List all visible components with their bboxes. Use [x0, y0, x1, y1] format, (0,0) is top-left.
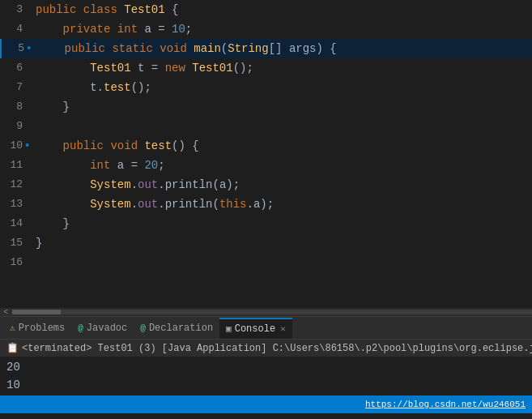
line-content: System.out.println(this.a); — [32, 195, 532, 214]
line-number: 5 — [2, 39, 34, 58]
line-number: 10 — [0, 136, 32, 156]
token: . — [131, 178, 138, 191]
token: .a); — [247, 198, 275, 211]
line-content: private int a = 10; — [32, 19, 532, 39]
status-line: 📋 <terminated> Test01 (3) [Java Applicat… — [0, 339, 532, 357]
token: Test01 — [124, 3, 164, 16]
line-content: } — [32, 97, 532, 117]
code-line: 7 t.test(); — [0, 78, 532, 97]
token: int — [117, 23, 145, 36]
line-content: public static void main(String[] args) { — [34, 39, 532, 58]
token: public — [36, 139, 110, 152]
line-number: 15 — [0, 233, 32, 253]
code-line: 11 int a = 20; — [0, 156, 532, 175]
token: ; — [158, 159, 164, 172]
code-line: 15} — [0, 233, 532, 253]
tab-icon: @ — [78, 323, 83, 333]
token: Test01 — [192, 62, 232, 75]
line-content: } — [32, 233, 532, 253]
url-text[interactable]: https://blog.csdn.net/wu246051 — [365, 400, 526, 409]
token — [36, 62, 90, 75]
code-line: 3public class Test01 { — [0, 0, 532, 19]
token: } — [36, 237, 42, 250]
scrollbar-track[interactable] — [12, 310, 532, 314]
token: [] — [269, 42, 283, 55]
code-content[interactable]: 3public class Test01 {4 private int a = … — [0, 0, 532, 308]
code-line: 12 System.out.println(a); — [0, 175, 532, 195]
line-content: public class Test01 { — [32, 0, 532, 19]
scrollbar-thumb[interactable] — [12, 310, 61, 314]
token: main — [194, 42, 221, 55]
code-line: 4 private int a = 10; — [0, 19, 532, 39]
line-content: System.out.println(a); — [32, 175, 532, 195]
code-line: 6 Test01 t = new Test01(); — [0, 58, 532, 78]
token: private — [36, 23, 117, 36]
tab-label: Javadoc — [87, 323, 127, 334]
tab-icon: ⚠ — [10, 323, 15, 333]
token: a = — [117, 159, 145, 172]
token: a = — [144, 23, 172, 36]
token: out — [138, 198, 158, 211]
token: .println(a); — [158, 178, 240, 191]
token: { — [165, 3, 179, 16]
tab-label: Problems — [19, 323, 66, 334]
token: (); — [233, 62, 253, 75]
token: args) { — [283, 42, 337, 55]
line-content: } — [32, 214, 532, 233]
code-line: 10 public void test() { — [0, 136, 532, 156]
code-line: 13 System.out.println(this.a); — [0, 195, 532, 214]
token: System — [90, 198, 130, 211]
line-number: 12 — [0, 175, 32, 195]
token: class — [83, 3, 124, 16]
token: String — [228, 42, 268, 55]
line-number: 11 — [0, 156, 32, 175]
line-number: 14 — [0, 214, 32, 233]
tab-console[interactable]: ▣Console✕ — [219, 318, 292, 339]
line-content: t.test(); — [32, 78, 532, 97]
token — [36, 198, 90, 211]
token: public — [37, 42, 112, 55]
tab-problems[interactable]: ⚠Problems — [3, 318, 71, 339]
code-line: 14 } — [0, 214, 532, 233]
token: public — [36, 3, 83, 16]
bottom-status-bar: https://blog.csdn.net/wu246051 — [0, 395, 532, 413]
token: . — [131, 198, 138, 211]
tabs-bar: ⚠Problems@Javadoc@Declaration▣Console✕ — [0, 316, 532, 339]
scroll-left-indicator: < — [0, 307, 12, 316]
token: test — [104, 81, 131, 94]
token: static — [112, 42, 160, 55]
tab-declaration[interactable]: @Declaration — [134, 318, 219, 339]
token: () { — [172, 139, 199, 152]
token: test — [144, 139, 172, 152]
token: new — [165, 62, 193, 75]
token: (); — [131, 81, 151, 94]
code-line: 16 — [0, 253, 532, 272]
tab-javadoc[interactable]: @Javadoc — [71, 318, 134, 339]
line-number: 3 — [0, 0, 32, 19]
token: void — [160, 42, 194, 55]
token: 10 — [172, 23, 185, 36]
line-number: 6 — [0, 58, 32, 78]
token: int — [90, 159, 117, 172]
console-output-area: 2010 — [0, 357, 532, 395]
token: } — [36, 217, 70, 230]
token — [36, 178, 90, 191]
token: ( — [221, 42, 228, 55]
code-line: 5 public static void main(String[] args)… — [0, 39, 532, 58]
token: t = — [131, 62, 165, 75]
line-number: 16 — [0, 253, 32, 272]
token: System — [90, 178, 130, 191]
editor-scrollbar[interactable]: < — [0, 308, 532, 316]
token: .println( — [158, 198, 219, 211]
token: ; — [185, 23, 192, 36]
console-output-line: 20 — [6, 358, 526, 376]
code-line: 9 — [0, 117, 532, 136]
editor-area: 3public class Test01 {4 private int a = … — [0, 0, 532, 316]
line-content: int a = 20; — [32, 156, 532, 175]
status-text: <terminated> Test01 (3) [Java Applicatio… — [22, 343, 532, 354]
token: } — [36, 100, 70, 113]
line-content: public void test() { — [32, 136, 532, 156]
token: Test01 — [90, 62, 130, 75]
line-content: Test01 t = new Test01(); — [32, 58, 532, 78]
tab-close-icon[interactable]: ✕ — [280, 323, 286, 334]
